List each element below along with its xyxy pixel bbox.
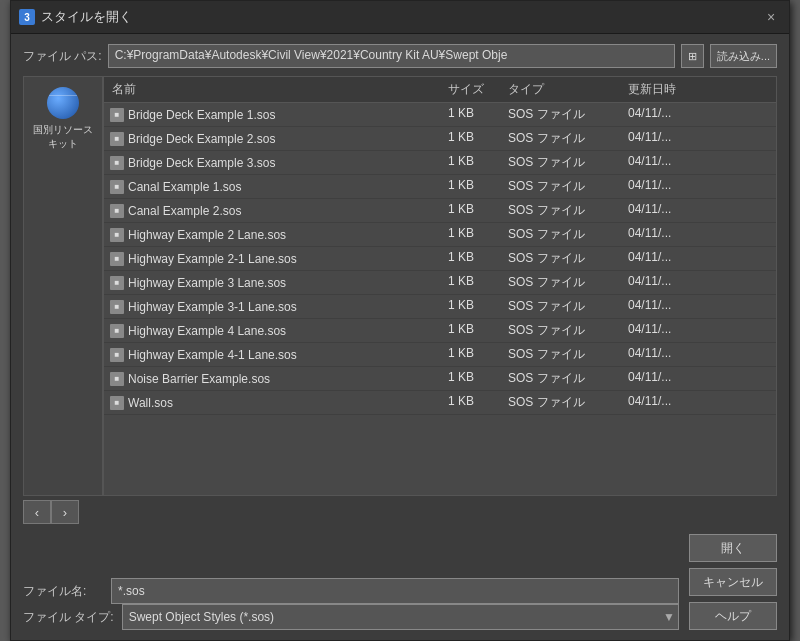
filename-input[interactable] (111, 578, 679, 604)
file-date: 04/11/... (624, 394, 776, 411)
nav-row: ‹ › (23, 496, 777, 528)
file-type: SOS ファイル (504, 322, 624, 339)
close-button[interactable]: × (761, 7, 781, 27)
filename-label: ファイル名: (23, 583, 103, 600)
globe-icon (47, 87, 79, 119)
cancel-button[interactable]: キャンセル (689, 568, 777, 596)
file-size: 1 KB (444, 130, 504, 147)
filepath-display: C:¥ProgramData¥Autodesk¥Civil View¥2021¥… (108, 44, 675, 68)
file-size: 1 KB (444, 178, 504, 195)
filetype-select[interactable]: Swept Object Styles (*.sos) (122, 604, 679, 630)
sidebar: 国別リソース キット (23, 76, 103, 496)
grid-icon: ⊞ (688, 50, 697, 63)
help-button[interactable]: ヘルプ (689, 602, 777, 630)
file-icon: ■ (110, 204, 124, 218)
file-date: 04/11/... (624, 250, 776, 267)
file-icon: ■ (110, 300, 124, 314)
action-buttons: 開く キャンセル ヘルプ (689, 534, 777, 630)
col-header-name: 名前 (104, 81, 444, 98)
dialog-body: ファイル パス: C:¥ProgramData¥Autodesk¥Civil V… (11, 34, 789, 640)
file-name: Bridge Deck Example 2.sos (128, 132, 275, 146)
file-date: 04/11/... (624, 322, 776, 339)
table-row[interactable]: ■ Canal Example 2.sos 1 KB SOS ファイル 04/1… (104, 199, 776, 223)
file-type: SOS ファイル (504, 274, 624, 291)
table-row[interactable]: ■ Highway Example 4-1 Lane.sos 1 KB SOS … (104, 343, 776, 367)
file-size: 1 KB (444, 202, 504, 219)
col-header-size: サイズ (444, 81, 504, 98)
file-size: 1 KB (444, 346, 504, 363)
open-style-dialog: 3 スタイルを開く × ファイル パス: C:¥ProgramData¥Auto… (10, 0, 790, 641)
file-name: Highway Example 3 Lane.sos (128, 276, 286, 290)
file-name: Wall.sos (128, 396, 173, 410)
file-list-header: 名前 サイズ タイプ 更新日時 (104, 77, 776, 103)
sidebar-item-resources[interactable]: 国別リソース キット (28, 83, 98, 155)
file-name: Highway Example 3-1 Lane.sos (128, 300, 297, 314)
file-size: 1 KB (444, 274, 504, 291)
file-list-container: 名前 サイズ タイプ 更新日時 ■ Bridge Deck Example 1.… (103, 76, 777, 496)
file-type: SOS ファイル (504, 154, 624, 171)
file-icon: ■ (110, 252, 124, 266)
grid-view-button[interactable]: ⊞ (681, 44, 704, 68)
table-row[interactable]: ■ Wall.sos 1 KB SOS ファイル 04/11/... (104, 391, 776, 415)
file-icon: ■ (110, 108, 124, 122)
file-name: Bridge Deck Example 3.sos (128, 156, 275, 170)
file-date: 04/11/... (624, 106, 776, 123)
bottom-section: ファイル名: ファイル タイプ: Swept Object Styles (*.… (23, 534, 777, 630)
file-icon: ■ (110, 396, 124, 410)
dialog-title: スタイルを開く (41, 8, 761, 26)
file-date: 04/11/... (624, 226, 776, 243)
file-name: Highway Example 4 Lane.sos (128, 324, 286, 338)
file-size: 1 KB (444, 154, 504, 171)
file-size: 1 KB (444, 370, 504, 387)
filetype-select-wrapper: Swept Object Styles (*.sos) ▼ (122, 604, 679, 630)
table-row[interactable]: ■ Highway Example 3-1 Lane.sos 1 KB SOS … (104, 295, 776, 319)
filetype-label: ファイル タイプ: (23, 609, 114, 626)
file-size: 1 KB (444, 226, 504, 243)
file-type: SOS ファイル (504, 226, 624, 243)
open-button[interactable]: 開く (689, 534, 777, 562)
back-button[interactable]: ‹ (23, 500, 51, 524)
file-size: 1 KB (444, 106, 504, 123)
filetype-row: ファイル タイプ: Swept Object Styles (*.sos) ▼ (23, 604, 679, 630)
file-icon: ■ (110, 276, 124, 290)
table-row[interactable]: ■ Canal Example 1.sos 1 KB SOS ファイル 04/1… (104, 175, 776, 199)
file-name: Canal Example 1.sos (128, 180, 241, 194)
title-bar: 3 スタイルを開く × (11, 1, 789, 34)
file-name: Highway Example 2 Lane.sos (128, 228, 286, 242)
table-row[interactable]: ■ Highway Example 3 Lane.sos 1 KB SOS ファ… (104, 271, 776, 295)
file-type: SOS ファイル (504, 298, 624, 315)
col-header-date: 更新日時 (624, 81, 776, 98)
file-date: 04/11/... (624, 178, 776, 195)
file-icon: ■ (110, 156, 124, 170)
filepath-row: ファイル パス: C:¥ProgramData¥Autodesk¥Civil V… (23, 44, 777, 68)
file-type: SOS ファイル (504, 346, 624, 363)
file-type: SOS ファイル (504, 202, 624, 219)
table-row[interactable]: ■ Highway Example 2 Lane.sos 1 KB SOS ファ… (104, 223, 776, 247)
file-type: SOS ファイル (504, 394, 624, 411)
file-date: 04/11/... (624, 130, 776, 147)
sidebar-item-label: 国別リソース キット (32, 123, 94, 151)
file-date: 04/11/... (624, 298, 776, 315)
table-row[interactable]: ■ Highway Example 4 Lane.sos 1 KB SOS ファ… (104, 319, 776, 343)
table-row[interactable]: ■ Bridge Deck Example 3.sos 1 KB SOS ファイ… (104, 151, 776, 175)
forward-button[interactable]: › (51, 500, 79, 524)
file-type: SOS ファイル (504, 178, 624, 195)
file-icon: ■ (110, 372, 124, 386)
file-type: SOS ファイル (504, 106, 624, 123)
file-size: 1 KB (444, 394, 504, 411)
file-type: SOS ファイル (504, 370, 624, 387)
file-name: Bridge Deck Example 1.sos (128, 108, 275, 122)
file-date: 04/11/... (624, 370, 776, 387)
file-icon: ■ (110, 228, 124, 242)
table-row[interactable]: ■ Bridge Deck Example 2.sos 1 KB SOS ファイ… (104, 127, 776, 151)
file-icon: ■ (110, 324, 124, 338)
table-row[interactable]: ■ Noise Barrier Example.sos 1 KB SOS ファイ… (104, 367, 776, 391)
file-size: 1 KB (444, 322, 504, 339)
file-icon: ■ (110, 180, 124, 194)
table-row[interactable]: ■ Bridge Deck Example 1.sos 1 KB SOS ファイ… (104, 103, 776, 127)
table-row[interactable]: ■ Highway Example 2-1 Lane.sos 1 KB SOS … (104, 247, 776, 271)
file-date: 04/11/... (624, 274, 776, 291)
file-date: 04/11/... (624, 346, 776, 363)
load-button[interactable]: 読み込み... (710, 44, 777, 68)
file-name: Noise Barrier Example.sos (128, 372, 270, 386)
